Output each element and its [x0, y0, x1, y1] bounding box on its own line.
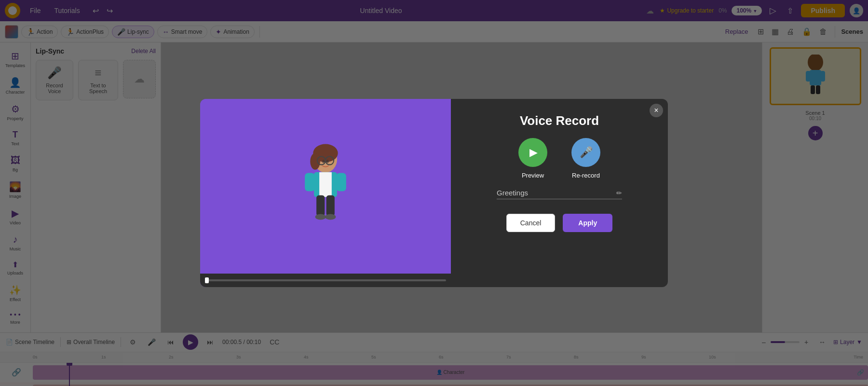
- recording-name-input[interactable]: [497, 189, 612, 197]
- preview-button[interactable]: ▶: [518, 138, 547, 167]
- cancel-button[interactable]: Cancel: [506, 214, 556, 232]
- rerecord-action: 🎤 Re-record: [571, 138, 600, 179]
- mic-icon: 🎤: [580, 146, 593, 159]
- apply-button[interactable]: Apply: [563, 214, 612, 232]
- edit-name-icon[interactable]: ✏: [616, 189, 622, 197]
- modal-action-row: Cancel Apply: [506, 214, 612, 232]
- recording-name-field: ✏: [497, 189, 622, 199]
- modal-title: Voice Record: [520, 113, 599, 128]
- svg-point-21: [315, 214, 326, 220]
- modal-character: [297, 133, 354, 239]
- svg-point-13: [322, 160, 325, 163]
- svg-rect-20: [326, 195, 335, 216]
- rerecord-label: Re-record: [572, 172, 600, 179]
- modal-video-frame: [200, 99, 451, 274]
- play-icon: ▶: [529, 146, 538, 159]
- preview-label: Preview: [522, 172, 544, 179]
- svg-point-14: [326, 160, 329, 163]
- svg-rect-17: [305, 173, 315, 192]
- rerecord-button[interactable]: 🎤: [571, 138, 600, 167]
- video-scrubber: [200, 274, 451, 287]
- modal-controls: Voice Record ▶ Preview 🎤 Re-record: [451, 99, 668, 287]
- modal-overlay[interactable]: ×: [0, 0, 868, 386]
- svg-point-9: [310, 153, 320, 169]
- preview-action: ▶ Preview: [518, 138, 547, 179]
- voice-record-modal: ×: [200, 99, 668, 287]
- svg-rect-16: [319, 172, 332, 197]
- svg-rect-19: [316, 195, 325, 216]
- modal-video-panel: [200, 99, 451, 287]
- svg-point-22: [325, 214, 336, 220]
- scrubber-track[interactable]: [205, 279, 446, 281]
- modal-action-buttons: ▶ Preview 🎤 Re-record: [518, 138, 600, 179]
- svg-rect-18: [336, 173, 346, 192]
- scrubber-fill: [205, 277, 209, 283]
- modal-close-button[interactable]: ×: [650, 104, 663, 117]
